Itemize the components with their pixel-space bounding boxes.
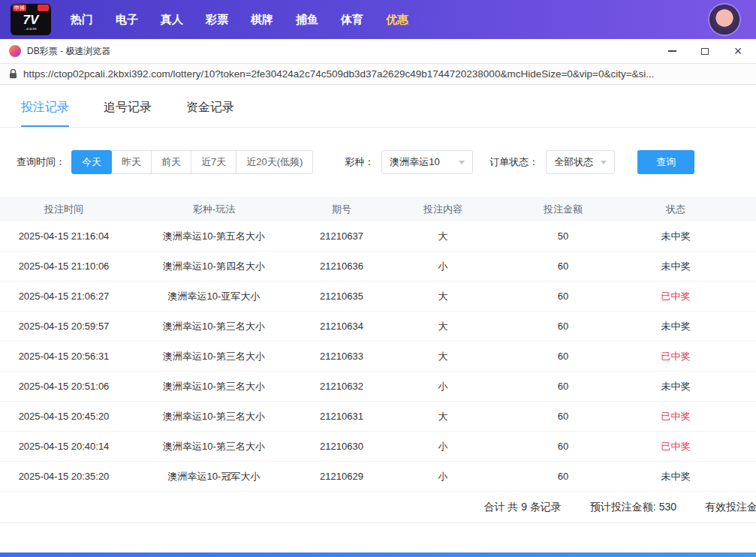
cell-bet-time: 2025-04-15 20:40:14 — [0, 441, 128, 452]
nav-item-sports[interactable]: 体育 — [341, 13, 363, 27]
table-header: 投注时间 彩种-玩法 期号 投注内容 投注金额 状态 — [0, 197, 756, 221]
maximize-icon — [701, 48, 709, 55]
cell-bet-time: 2025-04-15 20:45:20 — [0, 411, 128, 422]
summary-valid: 有效投注金额 — [705, 501, 756, 514]
time-filter-today[interactable]: 今天 — [71, 150, 112, 174]
cell-game-play: 澳洲幸运10-第四名大小 — [128, 260, 300, 273]
screen: 申博 7V .com 热门 电子 真人 彩票 棋牌 捕鱼 体育 优惠 DB彩票 … — [0, 0, 756, 557]
table-row: 2025-04-15 20:56:31澳洲幸运10-第三名大小21210633大… — [0, 342, 756, 372]
chevron-down-icon — [601, 161, 607, 164]
site-logo[interactable]: 申博 7V .com — [11, 4, 51, 35]
url-input[interactable]: https://ctop02pcali.2kbxi392.com/lottery… — [23, 68, 747, 80]
cell-game-play: 澳洲幸运10-第三名大小 — [128, 380, 300, 393]
summary-bar: 合计 共 9 条记录 预计投注金额: 530 有效投注金额 — [0, 492, 756, 523]
table-row: 2025-04-15 20:40:14澳洲幸运10-第三名大小21210630小… — [0, 432, 756, 462]
cell-status: 已中奖 — [623, 440, 728, 453]
cell-bet-time: 2025-04-15 20:35:20 — [0, 471, 128, 482]
query-button[interactable]: 查询 — [637, 150, 694, 174]
nav-item-cards[interactable]: 棋牌 — [251, 13, 273, 27]
order-status-select[interactable]: 全部状态 — [546, 150, 615, 174]
table-row: 2025-04-15 20:59:57澳洲幸运10-第三名大小21210634大… — [0, 312, 756, 342]
nav-item-promo[interactable]: 优惠 — [386, 13, 408, 27]
table-row: 2025-04-15 20:51:06澳洲幸运10-第三名大小21210632小… — [0, 372, 756, 402]
time-filter-yesterday[interactable]: 昨天 — [111, 150, 152, 174]
tab-chase-records[interactable]: 追号记录 — [104, 100, 152, 127]
cell-game-play: 澳洲幸运10-第三名大小 — [128, 440, 300, 453]
logo-suffix: .com — [24, 26, 37, 31]
header-bet-time: 投注时间 — [0, 203, 128, 216]
summary-total: 合计 共 9 条记录 — [483, 501, 561, 514]
time-filter-label: 查询时间： — [17, 155, 65, 169]
table-row: 2025-04-15 21:06:27澳洲幸运10-亚军大小21210635大6… — [0, 282, 756, 312]
cell-bet-content: 小 — [383, 260, 503, 273]
cell-status: 未中奖 — [623, 320, 728, 333]
nav-item-hot[interactable]: 热门 — [71, 13, 93, 27]
cell-game-play: 澳洲幸运10-第三名大小 — [128, 320, 300, 333]
cell-game-play: 澳洲幸运10-亚军大小 — [128, 290, 300, 303]
lock-icon — [9, 69, 17, 79]
cell-bet-amount: 60 — [503, 441, 623, 452]
bottom-strip — [0, 552, 756, 557]
cell-status: 未中奖 — [623, 230, 728, 243]
table-row: 2025-04-15 20:35:20澳洲幸运10-冠军大小21210629小6… — [0, 462, 756, 492]
table-body: 2025-04-15 21:16:04澳洲幸运10-第五名大小21210637大… — [0, 221, 756, 492]
chevron-down-icon — [459, 161, 465, 164]
cell-bet-content: 大 — [383, 350, 503, 363]
cell-bet-amount: 60 — [503, 351, 623, 362]
header-game-play: 彩种-玩法 — [128, 203, 300, 216]
time-filter-20days[interactable]: 近20天(低频) — [236, 150, 313, 174]
cell-issue: 21210631 — [300, 411, 383, 422]
close-icon: × — [734, 44, 742, 58]
status-filter-label: 订单状态： — [489, 155, 538, 169]
minimize-button[interactable] — [666, 45, 678, 57]
main-nav: 热门 电子 真人 彩票 棋牌 捕鱼 体育 优惠 — [71, 13, 408, 27]
cell-bet-amount: 60 — [503, 321, 623, 332]
tab-bet-records[interactable]: 投注记录 — [21, 100, 69, 127]
user-avatar[interactable] — [709, 5, 739, 35]
cell-status: 未中奖 — [623, 260, 728, 273]
cell-game-play: 澳洲幸运10-第五名大小 — [128, 230, 300, 243]
nav-item-slots[interactable]: 电子 — [116, 13, 138, 27]
filter-bar: 查询时间： 今天 昨天 前天 近7天 近20天(低频) 彩种： 澳洲幸运10 订… — [0, 128, 756, 197]
browser-tab-icon — [9, 45, 21, 57]
close-button[interactable]: × — [732, 45, 744, 57]
cell-bet-content: 小 — [383, 440, 503, 453]
address-bar: https://ctop02pcali.2kbxi392.com/lottery… — [0, 64, 756, 85]
cell-game-play: 澳洲幸运10-冠军大小 — [128, 470, 300, 483]
minimize-icon — [668, 50, 676, 52]
time-filter-group: 今天 昨天 前天 近7天 近20天(低频) — [71, 150, 313, 174]
logo-badge: 申博 — [13, 5, 26, 11]
cell-bet-time: 2025-04-15 20:51:06 — [0, 381, 128, 392]
cell-bet-time: 2025-04-15 21:10:06 — [0, 260, 128, 272]
cell-bet-amount: 60 — [503, 471, 623, 482]
nav-item-lottery[interactable]: 彩票 — [206, 13, 228, 27]
lottery-select-value: 澳洲幸运10 — [390, 155, 439, 169]
cell-issue: 21210632 — [300, 381, 383, 392]
cell-issue: 21210634 — [300, 321, 383, 332]
header-status: 状态 — [623, 203, 728, 216]
nav-item-live[interactable]: 真人 — [161, 13, 183, 27]
time-filter-7days[interactable]: 近7天 — [191, 150, 236, 174]
summary-expected: 预计投注金额: 530 — [590, 501, 676, 514]
cell-status: 未中奖 — [623, 380, 728, 393]
cell-bet-content: 大 — [383, 290, 503, 303]
header-bet-content: 投注内容 — [383, 203, 503, 216]
cell-bet-amount: 60 — [503, 260, 623, 272]
logo-red-dot-icon — [38, 5, 49, 11]
cell-issue: 21210630 — [300, 441, 383, 452]
logo-brand: 7V — [23, 14, 39, 26]
top-nav: 申博 7V .com 热门 电子 真人 彩票 棋牌 捕鱼 体育 优惠 — [0, 0, 756, 39]
cell-status: 已中奖 — [623, 410, 728, 423]
tab-fund-records[interactable]: 资金记录 — [186, 100, 234, 127]
cell-game-play: 澳洲幸运10-第三名大小 — [128, 410, 300, 423]
cell-bet-content: 小 — [383, 470, 503, 483]
time-filter-daybefore[interactable]: 前天 — [151, 150, 191, 174]
cell-game-play: 澳洲幸运10-第三名大小 — [128, 350, 300, 363]
cell-issue: 21210636 — [300, 260, 383, 272]
header-bet-amount: 投注金额 — [503, 203, 623, 216]
maximize-button[interactable] — [699, 45, 711, 57]
cell-issue: 21210637 — [300, 230, 383, 242]
table-row: 2025-04-15 21:16:04澳洲幸运10-第五名大小21210637大… — [0, 221, 756, 251]
nav-item-fishing[interactable]: 捕鱼 — [296, 13, 318, 27]
lottery-select[interactable]: 澳洲幸运10 — [381, 150, 473, 174]
